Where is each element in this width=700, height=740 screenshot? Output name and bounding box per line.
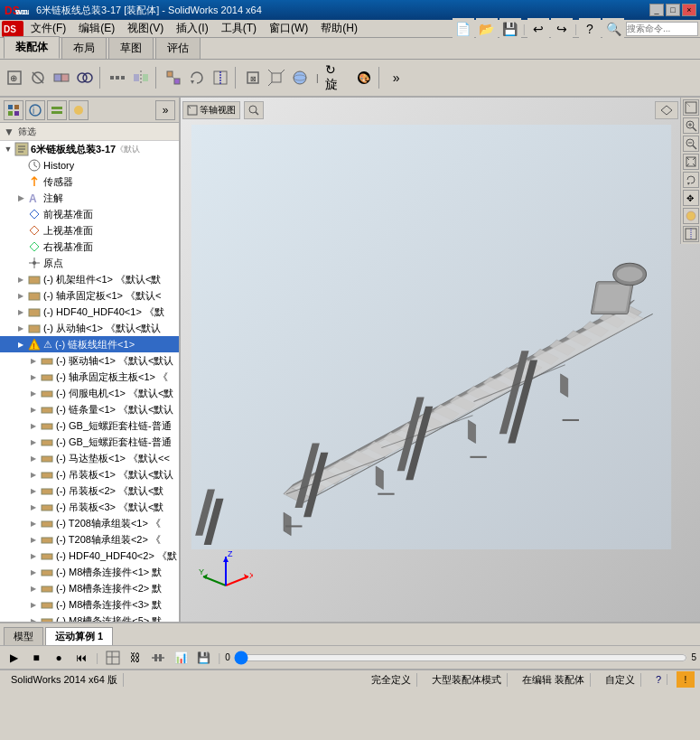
tree-item-history[interactable]: History xyxy=(0,157,179,173)
assembly-icon[interactable] xyxy=(51,67,72,89)
link-btn[interactable]: ⛓ xyxy=(126,649,145,667)
rotate-view-icon[interactable]: ↻ 旋 xyxy=(324,67,351,89)
menu-insert[interactable]: 插入(I) xyxy=(171,19,213,38)
mirror-icon[interactable] xyxy=(130,67,152,89)
m8-3-toggle[interactable]: ▶ xyxy=(27,601,40,609)
chain-assy-toggle[interactable]: ▶ xyxy=(14,341,27,349)
explode-icon[interactable] xyxy=(163,67,184,89)
zoom-out-btn[interactable] xyxy=(683,136,699,152)
save-icon[interactable]: 💾 xyxy=(499,18,521,40)
open-icon[interactable]: 📂 xyxy=(476,18,498,40)
zoom-btn[interactable] xyxy=(244,101,264,119)
more-icon[interactable]: » xyxy=(386,67,407,89)
frame-toggle[interactable]: ▶ xyxy=(14,276,27,284)
drive-axis-toggle[interactable]: ▶ xyxy=(27,357,40,365)
section-btn[interactable] xyxy=(683,226,699,242)
view-orient-btn[interactable]: 等轴视图 xyxy=(182,101,240,119)
right-panel[interactable]: 等轴视图 xyxy=(181,98,700,622)
undo-icon[interactable]: ↩ xyxy=(527,18,549,40)
config-mgr-btn[interactable] xyxy=(47,100,67,120)
hdf40-1-toggle[interactable]: ▶ xyxy=(14,308,27,316)
tab-evaluate[interactable]: 评估 xyxy=(155,37,201,59)
tree-item-m8-5[interactable]: ▶ (-) M8槽条连接件<5> 默 xyxy=(0,613,179,622)
new-icon[interactable]: 📄 xyxy=(453,18,474,40)
tree-item-bearing-plate[interactable]: ▶ (-) 轴承固定板<1> 《默认< xyxy=(0,287,179,304)
appear-mgr-btn[interactable] xyxy=(69,100,89,120)
export-btn[interactable]: 💾 xyxy=(193,649,213,667)
maximize-button[interactable]: □ xyxy=(666,4,680,16)
tree-item-top-plane[interactable]: 上视基准面 xyxy=(0,222,179,239)
section-view-icon[interactable] xyxy=(210,67,231,89)
tree-item-servo-motor[interactable]: ▶ (-) 伺服电机<1> 《默认<默 xyxy=(0,385,179,401)
btab-motion[interactable]: 运动算例 1 xyxy=(45,627,113,645)
timeline-btn[interactable] xyxy=(148,649,168,667)
tree-item-chain-qty[interactable]: ▶ (-) 链条量<1> 《默认<默认 xyxy=(0,401,179,417)
t208-1-toggle[interactable]: ▶ xyxy=(27,520,40,528)
linear-pattern-icon[interactable] xyxy=(107,67,128,89)
color-scheme-icon[interactable]: 🎨 xyxy=(353,67,375,89)
tree-item-m8-3[interactable]: ▶ (-) M8槽条连接件<3> 默 xyxy=(0,596,179,613)
fit-all-btn[interactable] xyxy=(683,154,699,170)
btab-model[interactable]: 模型 xyxy=(4,627,43,645)
property-mgr-btn[interactable]: i xyxy=(25,100,45,120)
tree-item-sensors[interactable]: 传感器 xyxy=(0,173,179,190)
annotations-toggle[interactable]: ▶ xyxy=(14,193,27,202)
help-btn[interactable]: ? xyxy=(650,674,667,685)
chain-qty-toggle[interactable]: ▶ xyxy=(27,406,40,414)
tree-item-m8-2[interactable]: ▶ (-) M8槽条连接件<2> 默 xyxy=(0,580,179,596)
timeline-slider[interactable] xyxy=(234,652,688,663)
feature-mgr-btn[interactable] xyxy=(4,100,23,120)
view-rotate-icon[interactable] xyxy=(186,67,208,89)
pan-btn[interactable]: ✥ xyxy=(683,190,699,206)
mate-icon[interactable] xyxy=(74,67,96,89)
tree-container[interactable]: ▼ 6米链板线总装3-17 《默认 History xyxy=(0,141,179,622)
m8-2-toggle[interactable]: ▶ xyxy=(27,585,40,593)
calc-btn[interactable] xyxy=(103,649,123,667)
rewind-btn[interactable]: ⏮ xyxy=(71,649,91,667)
menu-edit[interactable]: 编辑(E) xyxy=(73,19,120,38)
appearance-btn[interactable] xyxy=(683,208,699,224)
m8-1-toggle[interactable]: ▶ xyxy=(27,568,40,576)
tree-item-m8-1[interactable]: ▶ (-) M8槽条连接件<1> 默 xyxy=(0,564,179,580)
redo-icon[interactable]: ↪ xyxy=(551,18,573,40)
tree-item-gb-chain1[interactable]: ▶ (-) GB_短螺距套柱链-普通 xyxy=(0,417,179,434)
tree-item-lift-plate1[interactable]: ▶ (-) 吊装板<1> 《默认<默认 xyxy=(0,466,179,482)
hide-component-icon[interactable] xyxy=(27,67,49,89)
lift-plate1-toggle[interactable]: ▶ xyxy=(27,471,40,479)
bearing-main-toggle[interactable]: ▶ xyxy=(27,373,40,381)
menu-file[interactable]: 文件(F) xyxy=(25,19,71,38)
driven-axis-toggle[interactable]: ▶ xyxy=(14,324,27,333)
lift-plate3-toggle[interactable]: ▶ xyxy=(27,503,40,511)
insert-component-icon[interactable]: ⊕ xyxy=(4,67,25,89)
view-orient-icon[interactable] xyxy=(266,67,287,89)
bearing-plate-toggle[interactable]: ▶ xyxy=(14,292,27,300)
gb-chain2-toggle[interactable]: ▶ xyxy=(27,438,40,446)
tree-item-hdf40-1[interactable]: ▶ (-) HDF40_HDF40<1> 《默 xyxy=(0,304,179,320)
question-icon[interactable]: ? xyxy=(579,18,601,40)
menu-tools[interactable]: 工具(T) xyxy=(216,19,262,38)
menu-help[interactable]: 帮助(H) xyxy=(315,19,363,38)
notification-icon[interactable]: ! xyxy=(677,671,695,688)
tree-item-lift-plate3[interactable]: ▶ (-) 吊装板<3> 《默认<默 xyxy=(0,499,179,515)
tree-item-drive-axis[interactable]: ▶ (-) 驱动轴<1> 《默认<默认 xyxy=(0,352,179,369)
motor-pad-toggle[interactable]: ▶ xyxy=(27,454,40,463)
3d-view-btn[interactable] xyxy=(655,101,678,119)
tree-more-btn[interactable]: » xyxy=(155,100,175,120)
tree-item-driven-axis[interactable]: ▶ (-) 从动轴<1> 《默认<默认 xyxy=(0,320,179,336)
record-btn[interactable]: ● xyxy=(49,649,69,667)
menu-view[interactable]: 视图(V) xyxy=(122,19,169,38)
chart-btn[interactable]: 📊 xyxy=(171,649,191,667)
m8-5-toggle[interactable]: ▶ xyxy=(27,617,40,623)
tree-item-chain-assy[interactable]: ▶ ! ⚠ (-) 链板线组件<1> xyxy=(0,336,179,352)
gb-chain1-toggle[interactable]: ▶ xyxy=(27,422,40,430)
view-home-btn[interactable] xyxy=(683,99,699,116)
tab-layout[interactable]: 布局 xyxy=(61,37,107,59)
tree-item-hdf40-2[interactable]: ▶ (-) HDF40_HDF40<2> 《默 xyxy=(0,548,179,564)
tree-item-annotations[interactable]: ▶ A 注解 xyxy=(0,190,179,206)
close-button[interactable]: × xyxy=(682,4,696,16)
tree-item-t208-2[interactable]: ▶ (-) T208轴承组装<2> 《 xyxy=(0,531,179,548)
tree-item-right-plane[interactable]: 右视基准面 xyxy=(0,239,179,255)
lift-plate2-toggle[interactable]: ▶ xyxy=(27,487,40,495)
play-btn[interactable]: ▶ xyxy=(4,649,23,667)
tree-item-bearing-main[interactable]: ▶ (-) 轴承固定板主板<1> 《 xyxy=(0,369,179,385)
